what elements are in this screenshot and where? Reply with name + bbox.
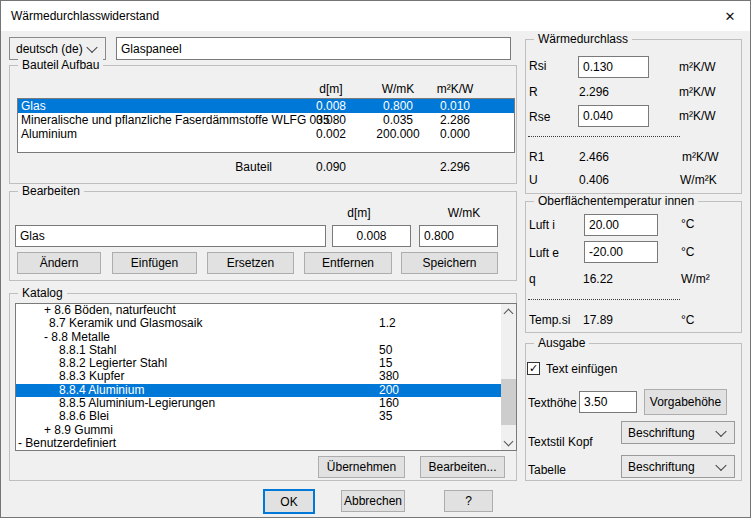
katalog-item-label: + 8.6 Böden, naturfeucht (44, 304, 176, 317)
katalog-item-label: 8.8.5 Aluminium-Legierungen (59, 397, 215, 410)
vorgabehoehe-button-label: Vorgabehöhe (650, 395, 721, 409)
katalog-item-label: 8.8.4 Aluminium (59, 384, 144, 397)
katalog-item[interactable]: 8.8.6 Blei35 (16, 410, 503, 423)
q-label: q (529, 272, 536, 286)
katalog-item-label: 8.8.1 Stahl (59, 344, 116, 357)
ok-button[interactable]: OK (263, 489, 315, 514)
katalog-item-value: 200 (379, 384, 399, 397)
rsi-input[interactable] (578, 56, 649, 78)
einfuegen-button[interactable]: Einfügen (112, 252, 197, 274)
uebernehmen-button[interactable]: Übernehmen (318, 456, 405, 478)
rsi-unit: m²K/W (679, 60, 716, 74)
katalog-item[interactable]: - 8.8 Metalle (16, 331, 503, 344)
layer-resistance: 0.010 (425, 99, 485, 113)
luft-e-input[interactable] (584, 241, 658, 263)
katalog-item[interactable]: 8.7 Keramik und Glasmosaik1.2 (16, 317, 503, 330)
luft-i-label: Luft i (529, 218, 555, 232)
column-header-d: d[m] (301, 82, 361, 96)
abbrechen-button-label: Abbrechen (344, 494, 402, 508)
r1-unit: m²K/W (682, 150, 719, 164)
ok-button-label: OK (280, 495, 297, 509)
text-einfuegen-label: Text einfügen (546, 362, 617, 376)
scroll-up-button[interactable] (501, 304, 516, 319)
component-name-input[interactable] (116, 37, 511, 60)
edit-d-input[interactable] (332, 225, 411, 247)
katalog-item[interactable]: 8.8.4 Aluminium200 (16, 384, 503, 397)
layer-resistance: 0.000 (425, 127, 485, 141)
edit-name-input[interactable] (15, 225, 326, 247)
layer-thickness: 0.080 (301, 113, 361, 127)
chevron-up-icon (504, 309, 514, 319)
luft-e-label: Luft e (529, 246, 559, 260)
speichern-button[interactable]: Speichern (401, 252, 498, 274)
vorgabehoehe-button[interactable]: Vorgabehöhe (644, 389, 727, 415)
bauteil-row[interactable]: Glas 0.008 0.800 0.010 (18, 99, 514, 113)
close-button[interactable]: ✕ (714, 1, 746, 31)
katalog-item[interactable]: 8.8.5 Aluminium-Legierungen160 (16, 397, 503, 410)
dotted-separator (528, 299, 680, 301)
rse-input[interactable] (578, 105, 649, 127)
katalog-item[interactable]: + 8.6 Böden, naturfeucht (16, 304, 503, 317)
uebernehmen-button-label: Übernehmen (327, 460, 396, 474)
layer-name: Aluminium (21, 127, 77, 141)
entfernen-button-label: Entfernen (322, 256, 374, 270)
r-label: R (529, 85, 538, 99)
katalog-item-value: 50 (379, 344, 392, 357)
group-katalog-label: Katalog (18, 286, 67, 300)
bearbeiten-button-label: Bearbeiten... (428, 460, 496, 474)
group-bearbeiten-label: Bearbeiten (18, 184, 84, 198)
edit-lambda-header: W/mK (434, 206, 494, 220)
tabelle-combo[interactable]: Beschriftung (621, 455, 735, 478)
language-combo[interactable]: deutsch (de) (9, 37, 106, 60)
temp-si-unit: °C (681, 313, 694, 327)
ersetzen-button[interactable]: Ersetzen (207, 252, 294, 274)
aendern-button[interactable]: Ändern (17, 252, 101, 274)
bauteil-summary-d: 0.090 (301, 160, 361, 174)
layer-resistance: 2.286 (425, 113, 485, 127)
texthoehe-input[interactable] (579, 391, 637, 413)
katalog-item-value: 35 (379, 410, 392, 423)
column-header-lambda: W/mK (368, 82, 428, 96)
ersetzen-button-label: Ersetzen (227, 256, 274, 270)
scroll-thumb[interactable] (501, 379, 516, 425)
textstil-kopf-combo[interactable]: Beschriftung (621, 421, 735, 444)
scroll-down-button[interactable] (501, 435, 516, 450)
q-unit: W/m² (681, 272, 710, 286)
katalog-item[interactable]: + 8.9 Gummi (16, 424, 503, 437)
entfernen-button[interactable]: Entfernen (304, 252, 392, 274)
r1-value: 2.466 (579, 150, 609, 164)
katalog-item-label: - Benutzerdefiniert (18, 437, 116, 450)
tabelle-combo-value: Beschriftung (628, 460, 695, 474)
abbrechen-button[interactable]: Abbrechen (341, 490, 405, 512)
layer-name: Glas (21, 99, 46, 113)
chevron-down-icon (715, 459, 726, 470)
luft-i-input[interactable] (584, 214, 658, 236)
layer-name: Mineralische und pflanzliche Faserdämmst… (21, 113, 330, 127)
checkmark-icon: ✓ (529, 363, 538, 374)
katalog-scrollbar[interactable] (501, 304, 516, 450)
group-oberflaechentemperatur-label: Oberflächentemperatur innen (534, 194, 698, 208)
r-value: 2.296 (579, 85, 609, 99)
bauteil-row[interactable]: Aluminium 0.002 200.000 0.000 (18, 127, 514, 141)
luft-i-unit: °C (681, 217, 694, 231)
speichern-button-label: Speichern (422, 256, 476, 270)
text-einfuegen-checkbox[interactable]: ✓ (527, 362, 540, 375)
help-button-label: ? (465, 494, 472, 508)
bauteil-row[interactable]: Mineralische und pflanzliche Faserdämmst… (18, 113, 514, 127)
edit-lambda-input[interactable] (419, 225, 498, 247)
rse-unit: m²K/W (679, 109, 716, 123)
katalog-item-value: 1.2 (379, 317, 396, 330)
katalog-item[interactable]: 8.8.3 Kupfer380 (16, 370, 503, 383)
q-value: 16.22 (583, 272, 613, 286)
temp-si-label: Temp.si (529, 313, 570, 327)
help-button[interactable]: ? (444, 490, 493, 512)
katalog-item[interactable]: 8.8.1 Stahl50 (16, 344, 503, 357)
katalog-item-label: - 8.8 Metalle (44, 331, 110, 344)
katalog-item[interactable]: - Benutzerdefiniert (16, 437, 503, 450)
tabelle-label: Tabelle (528, 463, 566, 477)
katalog-item[interactable]: 8.8.2 Legierter Stahl15 (16, 357, 503, 370)
bearbeiten-button[interactable]: Bearbeiten... (420, 456, 505, 478)
textstil-kopf-combo-value: Beschriftung (628, 426, 695, 440)
layer-thickness: 0.002 (301, 127, 361, 141)
page-title: Wärmedurchlasswiderstand (11, 1, 159, 31)
